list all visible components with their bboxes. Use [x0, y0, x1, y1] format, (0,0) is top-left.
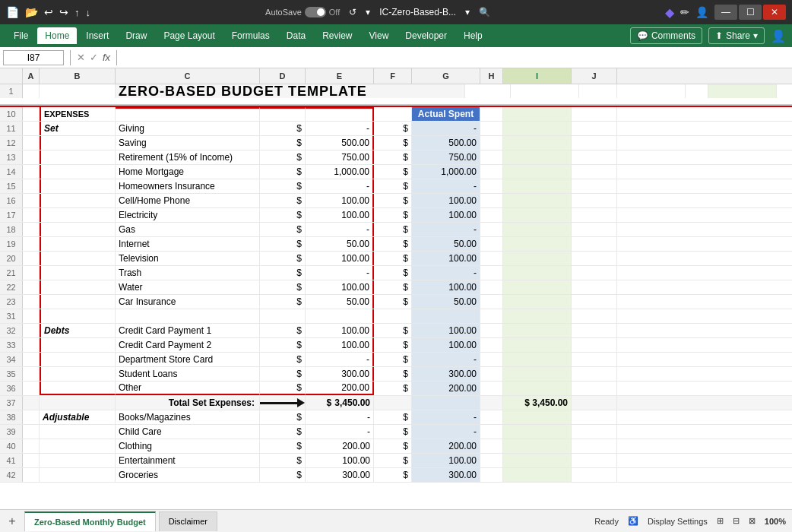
tab-formulas[interactable]: Formulas: [224, 27, 277, 44]
cell-j18[interactable]: [572, 223, 617, 236]
cell-b40[interactable]: [40, 439, 116, 453]
cell-c14[interactable]: Home Mortgage: [116, 165, 260, 179]
cell-e19[interactable]: 50.00: [306, 237, 374, 251]
confirm-icon[interactable]: ✓: [90, 52, 98, 63]
cell-f41[interactable]: $: [374, 454, 412, 467]
cell-i23[interactable]: [503, 295, 572, 309]
cell-e42[interactable]: 300.00: [306, 468, 374, 482]
cell-j16[interactable]: [572, 194, 617, 207]
cell-g22[interactable]: 100.00: [412, 280, 480, 294]
col-header-a[interactable]: A: [23, 68, 40, 84]
cell-j10[interactable]: [572, 107, 617, 121]
cell-e18[interactable]: -: [306, 223, 374, 236]
cell-h20[interactable]: [480, 252, 503, 265]
cell-e21[interactable]: -: [306, 266, 374, 280]
cell-c38[interactable]: Books/Magazines: [116, 410, 260, 424]
cell-j23[interactable]: [572, 295, 617, 309]
cell-e33[interactable]: 100.00: [306, 338, 374, 352]
cell-a31[interactable]: [23, 309, 40, 323]
col-header-g[interactable]: G: [412, 68, 480, 84]
cell-h38[interactable]: [480, 410, 503, 424]
cell-i11[interactable]: [503, 122, 572, 135]
tab-draw[interactable]: Draw: [118, 27, 154, 44]
cell-e14[interactable]: 1,000.00: [306, 165, 374, 179]
cell-i18[interactable]: [503, 223, 572, 236]
cell-h1[interactable]: [686, 84, 708, 98]
tab-review[interactable]: Review: [315, 27, 360, 44]
cell-i38[interactable]: [503, 410, 572, 424]
cell-j38[interactable]: [572, 410, 617, 424]
tab-developer[interactable]: Developer: [398, 27, 455, 44]
cell-a40[interactable]: [23, 439, 40, 453]
cell-b21[interactable]: [40, 266, 116, 280]
cell-b12[interactable]: [40, 136, 116, 150]
cell-e15[interactable]: -: [306, 179, 374, 193]
cell-g34[interactable]: -: [412, 353, 480, 366]
tab-view[interactable]: View: [362, 27, 397, 44]
filename-chevron[interactable]: ▾: [465, 7, 470, 17]
cell-c31[interactable]: [116, 309, 260, 323]
cell-a1[interactable]: [23, 84, 40, 98]
cell-f21[interactable]: $: [374, 266, 412, 280]
sheet-tab-budget[interactable]: Zero-Based Monthly Budget: [24, 511, 156, 531]
cell-g18[interactable]: -: [412, 223, 480, 236]
cell-h40[interactable]: [480, 439, 503, 453]
cell-i42[interactable]: [503, 468, 572, 482]
col-header-h[interactable]: H: [480, 68, 503, 84]
view-pagebreak-icon[interactable]: ⊠: [749, 516, 756, 526]
cell-b31[interactable]: [40, 309, 116, 323]
cell-a39[interactable]: [23, 425, 40, 439]
cell-a42[interactable]: [23, 468, 40, 482]
cell-j1[interactable]: [777, 84, 792, 98]
cell-i35[interactable]: [503, 367, 572, 381]
cell-c41[interactable]: Entertainment: [116, 454, 260, 467]
cell-j34[interactable]: [572, 353, 617, 366]
cell-d35[interactable]: $: [260, 367, 306, 381]
cell-a34[interactable]: [23, 353, 40, 366]
cell-i10[interactable]: [503, 107, 572, 121]
cell-a23[interactable]: [23, 295, 40, 309]
cell-j37[interactable]: [572, 396, 617, 410]
cell-a22[interactable]: [23, 280, 40, 294]
cell-e13[interactable]: 750.00: [306, 150, 374, 164]
redo-icon[interactable]: ↪: [59, 6, 68, 18]
cell-e17[interactable]: 100.00: [306, 208, 374, 222]
cell-d15[interactable]: $: [260, 179, 306, 193]
cell-f42[interactable]: $: [374, 468, 412, 482]
cell-g16[interactable]: 100.00: [412, 194, 480, 207]
cell-c32[interactable]: Credit Card Payment 1: [116, 324, 260, 337]
cell-d14[interactable]: $: [260, 165, 306, 179]
cell-d17[interactable]: $: [260, 208, 306, 222]
cell-b20[interactable]: [40, 252, 116, 265]
cell-g1[interactable]: [617, 84, 686, 98]
cell-e16[interactable]: 100.00: [306, 194, 374, 207]
cell-j12[interactable]: [572, 136, 617, 150]
cell-f31[interactable]: [374, 309, 412, 323]
cell-g17[interactable]: 100.00: [412, 208, 480, 222]
cell-j19[interactable]: [572, 237, 617, 251]
cell-d21[interactable]: $: [260, 266, 306, 280]
cell-g32[interactable]: 100.00: [412, 324, 480, 337]
cell-h39[interactable]: [480, 425, 503, 439]
cell-i16[interactable]: [503, 194, 572, 207]
cell-c1[interactable]: ZERO-BASED BUDGET TEMPLATE: [116, 84, 465, 98]
cell-e32[interactable]: 100.00: [306, 324, 374, 337]
cell-i19[interactable]: [503, 237, 572, 251]
view-page-icon[interactable]: ⊟: [733, 516, 740, 526]
cell-j33[interactable]: [572, 338, 617, 352]
cell-h36[interactable]: [480, 382, 503, 395]
autosave-toggle[interactable]: [305, 7, 326, 17]
cell-f10[interactable]: [374, 107, 412, 121]
cell-j13[interactable]: [572, 150, 617, 164]
cell-i33[interactable]: [503, 338, 572, 352]
cell-f22[interactable]: $: [374, 280, 412, 294]
cell-b15[interactable]: [40, 179, 116, 193]
cell-d36[interactable]: $: [260, 382, 306, 395]
cell-c10[interactable]: [116, 107, 260, 121]
sheet-tab-disclaimer[interactable]: Disclaimer: [159, 511, 217, 531]
cell-h22[interactable]: [480, 280, 503, 294]
open-icon[interactable]: 📂: [25, 6, 38, 18]
cell-g11[interactable]: -: [412, 122, 480, 135]
cell-c15[interactable]: Homeowners Insurance: [116, 179, 260, 193]
cancel-icon[interactable]: ✕: [77, 52, 85, 63]
